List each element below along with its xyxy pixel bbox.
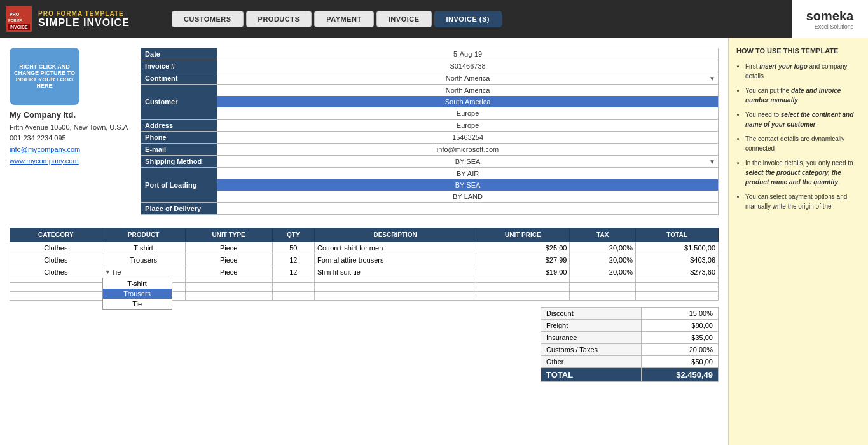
row1-unit-type[interactable]: Piece (185, 242, 272, 254)
phone-value[interactable]: 15463254 (217, 132, 719, 144)
port-row: Port of Loading BY AIR BY SEA BY LAND (141, 168, 719, 203)
customer-row: Customer North America South America Eur… (141, 85, 719, 120)
customs-value[interactable]: 20,00% (642, 344, 719, 356)
company-email[interactable]: info@mycompany.com (10, 146, 80, 153)
delivery-row: Place of Delivery (141, 203, 719, 215)
email-value[interactable]: info@microsoft.com (217, 144, 719, 156)
row2-unit-price[interactable]: $27,99 (476, 254, 570, 266)
customer-north: North America (217, 85, 718, 96)
totals-section: Discount 15,00% Freight $80,00 Insurance… (10, 307, 719, 382)
port-dropdown-cell[interactable]: BY AIR BY SEA BY LAND (217, 168, 719, 203)
company-phone: 001 234 2234 095 (10, 133, 128, 144)
row3-category[interactable]: Clothes (10, 266, 102, 278)
customer-label: Customer (141, 85, 217, 120)
row2-tax[interactable]: 20,00% (570, 254, 636, 266)
nav-invoice[interactable]: INVOICE (376, 11, 432, 27)
grand-total-label: TOTAL (541, 368, 642, 382)
product-tie[interactable]: Tie (103, 299, 172, 309)
help-tip-4: The contact details are dynamically conn… (745, 134, 860, 153)
left-panel: RIGHT CLICK AND CHANGE PICTURE TO INSERT… (0, 38, 728, 445)
customs-row: Customs / Taxes 20,00% (541, 344, 719, 356)
app-title: SIMPLE INVOICE (38, 17, 130, 29)
row3-product-input[interactable]: ▼ Tie (105, 268, 183, 276)
row2-description[interactable]: Formal attire trousers (314, 254, 476, 266)
app-icon: PRO FORMA INVOICE (6, 6, 32, 32)
insurance-label: Insurance (541, 332, 642, 344)
port-label: Port of Loading (141, 168, 217, 203)
main-content: RIGHT CLICK AND CHANGE PICTURE TO INSERT… (0, 38, 868, 445)
help-tip-6: You can select payment options and manua… (745, 192, 860, 211)
row2-unit-type[interactable]: Piece (185, 254, 272, 266)
svg-text:INVOICE: INVOICE (10, 25, 28, 29)
port-sea-selected[interactable]: BY SEA (217, 179, 718, 191)
shipping-row: Shipping Method BY SEA ▼ (141, 156, 719, 168)
table-row: Clothes T-shirt Piece 50 Cotton t-shirt … (10, 242, 719, 254)
delivery-value[interactable] (217, 203, 719, 215)
product-trousers-selected[interactable]: Trousers (103, 289, 172, 299)
row3-total[interactable]: $273,60 (636, 266, 719, 278)
date-value[interactable]: 5-Aug-19 (217, 48, 719, 60)
row3-unit-price[interactable]: $19,00 (476, 266, 570, 278)
continent-value[interactable]: North America ▼ (217, 72, 719, 85)
col-unit-price: UNIT PRICE (476, 228, 570, 242)
row3-qty[interactable]: 12 (272, 266, 314, 278)
customer-dropdown-cell[interactable]: North America South America Europe (217, 85, 719, 120)
row3-description[interactable]: Slim fit suit tie (314, 266, 476, 278)
brand-sub: Excel Solutions (806, 24, 854, 30)
help-tip-5: In the invoice details, you only need to… (745, 158, 860, 187)
col-product: PRODUCT (102, 228, 185, 242)
title-block: PRO FORMA TEMPLATE SIMPLE INVOICE (38, 10, 130, 29)
row1-qty[interactable]: 50 (272, 242, 314, 254)
app-subtitle: PRO FORMA TEMPLATE (38, 10, 130, 17)
row2-qty[interactable]: 12 (272, 254, 314, 266)
insurance-row: Insurance $35,00 (541, 332, 719, 344)
discount-row: Discount 15,00% (541, 308, 719, 320)
customer-south-selected[interactable]: South America (217, 96, 718, 107)
logo-placeholder[interactable]: RIGHT CLICK AND CHANGE PICTURE TO INSERT… (10, 48, 79, 105)
continent-label: Continent (141, 72, 217, 85)
logo-area: PRO FORMA INVOICE PRO FORMA TEMPLATE SIM… (0, 0, 165, 38)
totals-table: Discount 15,00% Freight $80,00 Insurance… (541, 307, 719, 382)
row1-tax[interactable]: 20,00% (570, 242, 636, 254)
invoice-num-label: Invoice # (141, 60, 217, 72)
row1-category[interactable]: Clothes (10, 242, 102, 254)
brand-name: someka (806, 9, 854, 24)
freight-value[interactable]: $80,00 (642, 320, 719, 332)
company-section: RIGHT CLICK AND CHANGE PICTURE TO INSERT… (10, 48, 128, 221)
row3-unit-type[interactable]: Piece (185, 266, 272, 278)
row3-product-cell[interactable]: ▼ Tie T-shirt Trousers Tie (102, 266, 185, 278)
other-row: Other $50,00 (541, 356, 719, 368)
row1-product[interactable]: T-shirt (102, 242, 185, 254)
port-land: BY LAND (217, 191, 718, 202)
discount-value[interactable]: 15,00% (642, 308, 719, 320)
row2-category[interactable]: Clothes (10, 254, 102, 266)
other-value[interactable]: $50,00 (642, 356, 719, 368)
freight-label: Freight (541, 320, 642, 332)
company-name: My Company ltd. (10, 109, 128, 122)
nav-customers[interactable]: CUSTOMERS (172, 11, 244, 27)
help-tip-2: You can put the date and invoice number … (745, 86, 860, 105)
row1-total[interactable]: $1.500,00 (636, 242, 719, 254)
row1-description[interactable]: Cotton t-shirt for men (314, 242, 476, 254)
address-value[interactable]: Europe (217, 120, 719, 132)
row2-product[interactable]: Trousers (102, 254, 185, 266)
table-row: Clothes ▼ Tie T-shirt Trousers Tie (10, 266, 719, 278)
company-address: Fifth Avenue 10500, New Town, U.S.A (10, 122, 128, 134)
nav-payment[interactable]: PAYMENT (314, 11, 373, 27)
company-website[interactable]: www.mycompany.com (10, 157, 79, 165)
invoice-num-value[interactable]: S01466738 (217, 60, 719, 72)
nav-products[interactable]: PRODUCTS (246, 11, 312, 27)
product-tshirt[interactable]: T-shirt (103, 278, 172, 289)
nav-invoice-s[interactable]: INVOICE (S) (434, 11, 502, 27)
col-tax: TAX (570, 228, 636, 242)
phone-row: Phone 15463254 (141, 132, 719, 144)
insurance-value[interactable]: $35,00 (642, 332, 719, 344)
brand-area: someka Excel Solutions (792, 0, 868, 38)
row3-tax[interactable]: 20,00% (570, 266, 636, 278)
row1-unit-price[interactable]: $25,00 (476, 242, 570, 254)
shipping-value[interactable]: BY SEA ▼ (217, 156, 719, 168)
invoice-fields: Date 5-Aug-19 Invoice # S01466738 Contin… (141, 48, 719, 221)
product-dropdown[interactable]: T-shirt Trousers Tie (102, 278, 172, 310)
row2-total[interactable]: $403,06 (636, 254, 719, 266)
invoice-table: CATEGORY PRODUCT UNIT TYPE QTY DESCRIPTI… (10, 228, 719, 301)
